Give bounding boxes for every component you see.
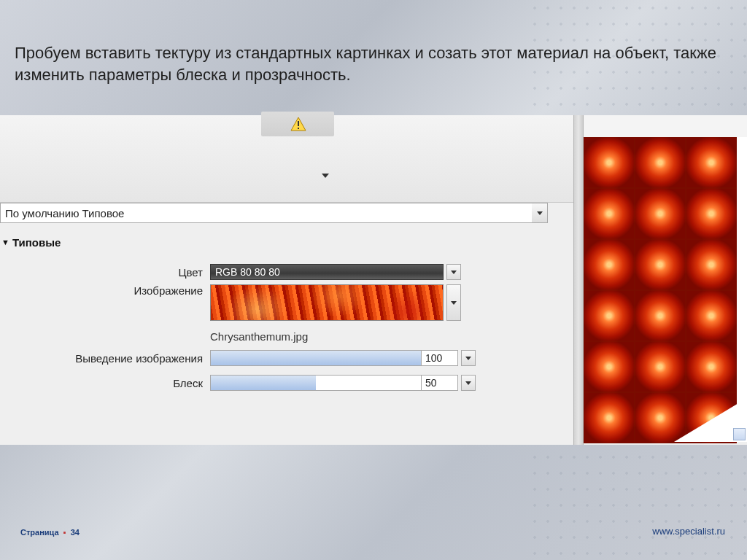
- texture-tile: [584, 188, 635, 239]
- row-gloss: Блеск 50: [0, 370, 551, 395]
- gloss-dropdown[interactable]: [461, 375, 476, 391]
- svg-marker-3: [322, 174, 329, 178]
- svg-marker-4: [537, 211, 543, 215]
- svg-marker-6: [451, 301, 457, 305]
- preview-toolbar-bg: [584, 115, 747, 137]
- material-preview: [584, 137, 747, 442]
- label-gloss: Блеск: [0, 377, 210, 389]
- image-fade-slider[interactable]: [210, 350, 422, 366]
- svg-marker-7: [465, 357, 471, 360]
- toolbar-dropdown-icon[interactable]: [318, 170, 333, 182]
- label-color: Цвет: [0, 266, 210, 279]
- image-fade-value[interactable]: 100: [422, 350, 458, 366]
- slide: Пробуем вставить тектуру из стандартных …: [0, 0, 747, 560]
- image-thumbnail[interactable]: [210, 284, 444, 321]
- image-fade-dropdown[interactable]: [461, 350, 476, 366]
- row-image-fade: Выведение изображения 100: [0, 346, 551, 370]
- image-fade-fill: [211, 351, 421, 365]
- footer-page: Страница ▪ 34: [20, 528, 80, 537]
- texture-tile: [686, 239, 737, 290]
- gloss-slider[interactable]: [210, 375, 422, 391]
- slide-heading: Пробуем вставить тектуру из стандартных …: [15, 42, 718, 85]
- svg-marker-8: [465, 381, 471, 385]
- texture-tile: [584, 341, 635, 392]
- footer-page-num: 34: [71, 528, 80, 537]
- row-image: Изображение: [0, 284, 551, 327]
- label-image: Изображение: [0, 284, 210, 297]
- texture-tile: [584, 137, 635, 188]
- texture-tile: [635, 341, 686, 392]
- texture-tile: [584, 392, 635, 443]
- material-name-dropdown[interactable]: [532, 203, 548, 223]
- svg-marker-5: [451, 271, 457, 274]
- material-name-field[interactable]: По умолчанию Типовое: [0, 203, 533, 223]
- bullet-icon: ▪: [63, 528, 66, 537]
- color-swatch[interactable]: RGB 80 80 80: [210, 264, 444, 280]
- texture-tile: [635, 290, 686, 341]
- texture-tile: [584, 239, 635, 290]
- material-name-value: По умолчанию Типовое: [5, 207, 124, 219]
- gloss-value[interactable]: 50: [422, 375, 458, 391]
- texture-tile: [686, 137, 737, 188]
- image-filename: Chrysanthemum.jpg: [210, 330, 308, 343]
- scrollbar-corner-icon[interactable]: [733, 428, 746, 440]
- app-screenshot: По умолчанию Типовое ▼ Типовые Цвет RGB …: [0, 115, 747, 445]
- warning-icon[interactable]: [290, 117, 306, 131]
- properties: Цвет RGB 80 80 80 Изображение Chrysanthe…: [0, 260, 551, 395]
- gloss-fill: [211, 376, 316, 390]
- texture-tile: [686, 341, 737, 392]
- texture-tile: [686, 290, 737, 341]
- footer-url: www.specialist.ru: [652, 526, 725, 537]
- panel-divider[interactable]: [573, 115, 584, 445]
- label-image-fade: Выведение изображения: [0, 352, 210, 365]
- row-color: Цвет RGB 80 80 80: [0, 260, 551, 284]
- texture-tile: [635, 239, 686, 290]
- section-header[interactable]: ▼ Типовые: [0, 233, 554, 251]
- texture-tiles: [584, 137, 737, 442]
- svg-rect-1: [298, 121, 299, 126]
- texture-tile: [635, 137, 686, 188]
- row-image-name: Chrysanthemum.jpg: [0, 327, 551, 346]
- section-title: Типовые: [12, 236, 61, 249]
- collapse-icon: ▼: [1, 238, 9, 246]
- color-dropdown[interactable]: [446, 264, 461, 280]
- color-value: RGB 80 80 80: [215, 266, 280, 278]
- svg-rect-2: [298, 128, 299, 129]
- texture-tile: [635, 188, 686, 239]
- toolbar: [0, 115, 573, 203]
- texture-tile: [584, 290, 635, 341]
- image-dropdown[interactable]: [446, 284, 461, 321]
- footer-page-word: Страница: [20, 528, 59, 537]
- texture-tile: [686, 188, 737, 239]
